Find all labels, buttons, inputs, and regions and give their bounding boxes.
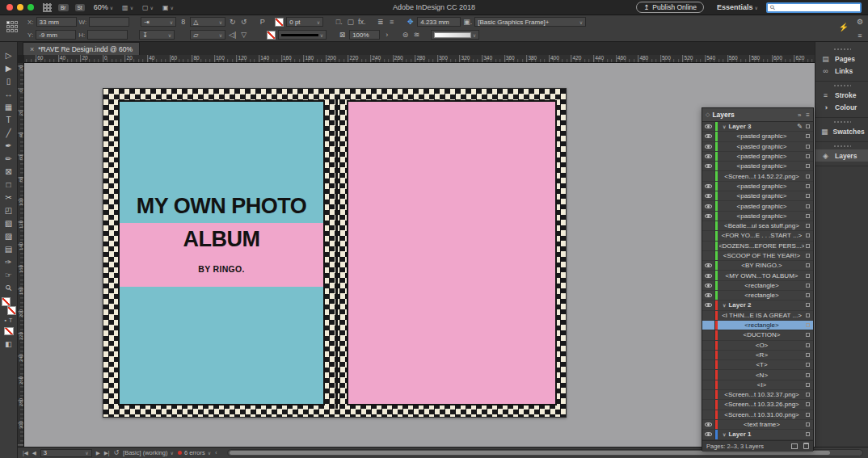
height-field[interactable] bbox=[87, 30, 128, 40]
layer-row[interactable]: <pasted graphic> bbox=[702, 201, 813, 211]
visibility-toggle[interactable] bbox=[702, 360, 715, 369]
layer-selection-square[interactable] bbox=[806, 263, 810, 267]
page-tool[interactable]: ▯ bbox=[2, 74, 16, 87]
reference-point-grid[interactable] bbox=[6, 21, 18, 32]
layer-row[interactable]: <text frame> bbox=[702, 420, 813, 430]
arrange-documents-dropdown[interactable]: ▣ ∨ bbox=[162, 4, 174, 11]
visibility-toggle[interactable] bbox=[702, 142, 715, 151]
dock-item-swatches[interactable]: ▦Swatches bbox=[815, 125, 868, 137]
page-left[interactable]: MY OWN PHOTO ALBUM BY RINGO. bbox=[118, 100, 325, 405]
scrollbar-thumb[interactable] bbox=[230, 451, 830, 455]
visibility-toggle[interactable] bbox=[702, 390, 715, 399]
layer-item-name[interactable]: <N> bbox=[719, 372, 804, 379]
layer-item-name[interactable]: <pasted graphic> bbox=[719, 183, 804, 190]
screen-mode-button[interactable]: ◧ bbox=[5, 340, 12, 348]
visibility-toggle[interactable] bbox=[702, 351, 715, 359]
frame-fitting-icon[interactable]: ▣. bbox=[463, 18, 472, 26]
scissors-tool[interactable]: ✂ bbox=[2, 191, 16, 204]
layer-item-name[interactable]: <pasted graphic> bbox=[719, 203, 804, 210]
layer-selection-square[interactable] bbox=[806, 254, 810, 258]
visibility-toggle[interactable] bbox=[702, 242, 715, 250]
visibility-toggle[interactable] bbox=[702, 291, 715, 300]
layer-selection-square[interactable] bbox=[806, 184, 810, 188]
scale-x-dropdown[interactable]: ⇥∨ bbox=[141, 17, 176, 27]
layer-item-name[interactable]: <DUCTION> bbox=[719, 331, 804, 338]
layer-row[interactable]: <pasted graphic> bbox=[702, 142, 813, 152]
scroll-left-icon[interactable]: ‹ bbox=[215, 450, 217, 456]
layer-row[interactable]: <pasted graphic> bbox=[702, 182, 813, 191]
layer-item-name[interactable]: <I> bbox=[719, 381, 804, 389]
collapse-panel-icon[interactable]: » bbox=[798, 111, 801, 119]
visibility-toggle[interactable] bbox=[702, 311, 715, 320]
eyedropper-tool[interactable]: ✑ bbox=[2, 255, 16, 268]
hand-tool[interactable]: ☞ bbox=[2, 268, 16, 281]
layer-row[interactable]: <SCOOP OF THE YEAR!> bbox=[702, 251, 813, 261]
gap-tool-icon[interactable]: ✥ bbox=[406, 18, 415, 26]
type-tool[interactable]: T bbox=[2, 113, 16, 126]
gap-value-field[interactable]: 4.233 mm bbox=[417, 17, 461, 27]
layer-selection-square[interactable] bbox=[806, 164, 810, 168]
visibility-toggle[interactable] bbox=[702, 212, 715, 221]
formatting-text-icon[interactable]: T bbox=[9, 317, 12, 323]
wrap-around-icon[interactable]: ≊ bbox=[412, 31, 421, 39]
last-page-button[interactable]: ▶| bbox=[104, 450, 110, 456]
apply-none-chip[interactable] bbox=[4, 327, 14, 335]
free-transform-tool[interactable]: ◰ bbox=[2, 204, 16, 216]
view-options-dropdown[interactable]: ▥ ∨ bbox=[122, 4, 133, 11]
visibility-toggle[interactable] bbox=[702, 201, 715, 210]
publish-online-button[interactable]: ↥ Publish Online bbox=[636, 2, 704, 13]
layer-row[interactable]: <N> bbox=[702, 370, 813, 380]
stroke-color-none-chip[interactable] bbox=[275, 18, 284, 27]
layer-item-name[interactable]: <Screen...t 10.33.26.png> bbox=[719, 401, 804, 408]
layer-row[interactable]: <T> bbox=[702, 360, 813, 370]
layer-selection-square[interactable] bbox=[806, 244, 810, 248]
layer-selection-square[interactable] bbox=[806, 363, 810, 367]
visibility-toggle[interactable] bbox=[702, 182, 715, 191]
expand-caret-icon[interactable]: ∨ bbox=[723, 124, 726, 129]
visibility-toggle[interactable] bbox=[702, 341, 715, 350]
stroke-weight-dropdown[interactable]: 0 pt∨ bbox=[286, 17, 323, 27]
flip-vertical-icon[interactable]: ▽ bbox=[239, 31, 248, 39]
layer-row[interactable]: <Beatle...ul sea stuff.png> bbox=[702, 221, 813, 231]
search-box[interactable]: ⚲ bbox=[766, 2, 862, 13]
layer-row[interactable]: <BY RINGO.> bbox=[702, 261, 813, 271]
zoom-window-button[interactable] bbox=[27, 4, 34, 11]
minimize-window-button[interactable] bbox=[17, 4, 23, 11]
layer-item-name[interactable]: <I THIN...E IS A GREAT ...> bbox=[719, 312, 804, 319]
layer-item-name[interactable]: <BY RINGO.> bbox=[719, 262, 804, 269]
layer-item-name[interactable]: <pasted graphic> bbox=[719, 162, 804, 170]
zoom-tool[interactable]: ⚲ bbox=[2, 281, 16, 294]
layer-item-name[interactable]: <pasted graphic> bbox=[719, 192, 804, 200]
line-tool[interactable]: ╱ bbox=[2, 126, 16, 139]
new-layer-icon[interactable] bbox=[791, 443, 798, 449]
layer-item-name[interactable]: <SCOOP OF THE YEAR!> bbox=[719, 252, 804, 259]
layer-group-name[interactable]: ∨Layer 1 bbox=[719, 431, 804, 438]
layer-row[interactable]: <I THIN...E IS A GREAT ...> bbox=[702, 311, 813, 321]
visibility-toggle[interactable] bbox=[702, 251, 715, 260]
layer-selection-square[interactable] bbox=[806, 204, 810, 208]
layer-selection-square[interactable] bbox=[806, 402, 810, 406]
layer-row[interactable]: <R> bbox=[702, 351, 813, 360]
album-title-line1[interactable]: MY OWN PHOTO bbox=[120, 195, 323, 217]
formatting-container-icon[interactable]: ▪ bbox=[5, 317, 6, 323]
layer-item-name[interactable]: <pasted graphic> bbox=[719, 132, 804, 140]
close-tab-icon[interactable]: × bbox=[30, 45, 34, 53]
visibility-toggle[interactable] bbox=[702, 162, 715, 170]
adaptive-layout-icon[interactable]: ⚡ bbox=[839, 23, 849, 32]
layer-selection-square[interactable] bbox=[806, 214, 810, 218]
stroke-color-chip[interactable] bbox=[7, 306, 16, 315]
layer-selection-square[interactable] bbox=[806, 145, 810, 149]
expand-caret-icon[interactable]: ∨ bbox=[723, 302, 726, 308]
flip-horizontal-icon[interactable]: ◁| bbox=[228, 31, 237, 39]
layer-item-name[interactable]: <pasted graphic> bbox=[719, 143, 804, 150]
visibility-toggle[interactable] bbox=[702, 321, 715, 330]
layer-item-name[interactable]: <rectangle> bbox=[719, 292, 804, 299]
stroke-style-dropdown[interactable]: ∨ bbox=[278, 30, 327, 40]
layer-item-name[interactable]: <MY OWN...TO ALBUM> bbox=[719, 272, 804, 279]
corner-options-icon[interactable]: □. bbox=[335, 18, 343, 26]
visibility-toggle[interactable] bbox=[702, 191, 715, 200]
layer-item-name[interactable]: <R> bbox=[719, 351, 804, 359]
stock-button[interactable]: St bbox=[75, 4, 85, 11]
zoom-level-dropdown[interactable]: 60% ∨ bbox=[94, 3, 113, 11]
effects-icon[interactable]: fx. bbox=[357, 18, 366, 26]
